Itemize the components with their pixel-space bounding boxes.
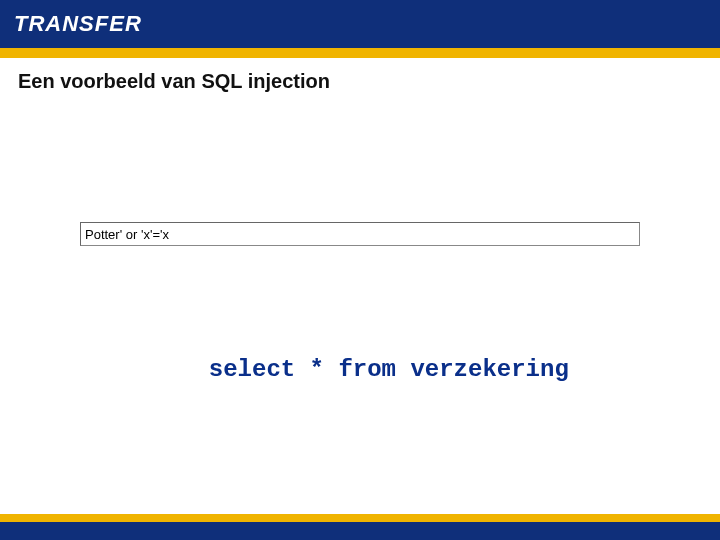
search-input-row (80, 222, 640, 246)
header-accent-band (0, 48, 720, 58)
sql-line-1: select * from verzekering (80, 322, 640, 416)
sql-query-display: select * from verzekering where achterna… (80, 260, 640, 540)
header-bar: TRANSFER (0, 0, 720, 48)
lastname-input[interactable] (80, 222, 640, 246)
footer-accent-band (0, 514, 720, 522)
sql-text: select * from verzekering (209, 356, 569, 383)
slide-title: Een voorbeeld van SQL injection (0, 58, 720, 93)
logo-text: TRANSFER (14, 11, 142, 37)
footer-bar (0, 522, 720, 540)
